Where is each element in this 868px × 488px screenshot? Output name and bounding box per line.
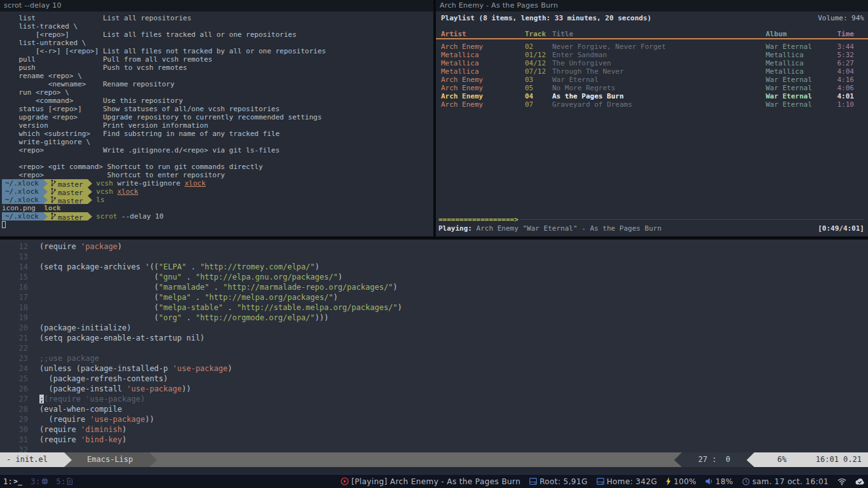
code-line[interactable]: 23;;use package: [9, 353, 868, 363]
code-line[interactable]: 22: [9, 343, 868, 353]
code-line[interactable]: 31(require 'bind-key): [9, 435, 868, 445]
disk-root-icon: [529, 478, 537, 485]
globe-icon: [41, 478, 48, 485]
workspace-1[interactable]: 1:>_: [3, 477, 22, 486]
line-number: 12: [9, 241, 28, 252]
major-mode: Emacs-Lisp: [72, 452, 149, 467]
terminal-window: scrot --delay 10 list List all repositor…: [0, 0, 433, 236]
powerline-arrow-icon: [43, 187, 48, 196]
terminal-line: ~/.xlockmaster scrot --delay 10: [2, 212, 433, 220]
now-playing-icon: [341, 477, 349, 485]
code-line[interactable]: 17 ("melpa" . "http://melpa.org/packages…: [9, 292, 868, 302]
playlist-row[interactable]: Metallica07/12Through The NeverMetallica…: [436, 67, 868, 76]
code-line[interactable]: 12(require 'package): [9, 241, 868, 252]
line-number: 13: [9, 252, 28, 262]
code-line[interactable]: 18 ("melpa-stable" . "http://stable.melp…: [9, 302, 868, 313]
line-number: 27: [9, 394, 28, 404]
sync-icon: [855, 478, 865, 485]
code-line[interactable]: 25 (package-refresh-contents): [9, 374, 868, 384]
code-line[interactable]: 30(require 'diminish): [9, 424, 868, 435]
column-time[interactable]: Time: [830, 29, 854, 39]
terminal-line: run <repo> \: [2, 88, 433, 97]
line-number: 24: [9, 363, 28, 374]
scroll-percent: 6%: [777, 452, 786, 467]
line-number: 17: [9, 292, 28, 302]
line-number: 23: [9, 353, 28, 363]
workspace-5[interactable]: 5:: [57, 477, 72, 486]
code-line[interactable]: 28(eval-when-compile: [9, 404, 868, 414]
terminal-line: <newname> Rename repository: [2, 80, 433, 88]
terminal-line: ~/.xlockmaster vcsh write-gitignore xloc…: [2, 179, 433, 187]
powerline-arrow-icon: [43, 196, 48, 204]
command-text: scrot: [96, 212, 121, 220]
powerline-arrow-icon: [88, 187, 92, 196]
line-number: 30: [9, 424, 28, 435]
powerline-arrow-icon: [43, 179, 48, 187]
code-line[interactable]: 21(setq package-enable-at-startup nil): [9, 333, 868, 343]
workspace-3[interactable]: 3:: [31, 477, 48, 486]
code-line[interactable]: 16 ("marmalade" . "http://marmalade-repo…: [9, 282, 868, 292]
command-text: ls: [96, 196, 104, 204]
git-branch-icon: [51, 187, 56, 195]
workspace-list: 1:>_3:5:: [0, 477, 72, 486]
playlist-row[interactable]: Metallica04/12The UnforgivenMetallica6:2…: [436, 59, 868, 67]
code-line[interactable]: 20(package-initialize): [9, 323, 868, 333]
command-text: xlock: [117, 187, 138, 196]
terminal-line: version Print version information: [2, 121, 433, 130]
code-line[interactable]: 14(setq package-archives '(("ELPA" . "ht…: [9, 262, 868, 272]
terminal-line: <repo> Shortcut to enter repository: [2, 171, 433, 179]
desktop: scrot --delay 10 list List all repositor…: [0, 0, 868, 488]
terminal-line: list-tracked \: [2, 22, 433, 30]
code-line[interactable]: 26 (package-install 'use-package)): [9, 384, 868, 394]
terminal-line: ~/.xlockmaster ls: [2, 196, 433, 204]
terminal-body[interactable]: list List all repositories list-tracked …: [0, 11, 433, 229]
code-line[interactable]: 24(unless (package-installed-p 'use-pack…: [9, 363, 868, 374]
progress-track: [520, 219, 864, 220]
code-line[interactable]: 13: [9, 252, 868, 262]
playlist-row[interactable]: Arch Enemy05No More RegretsWar Eternal4:…: [436, 84, 868, 92]
line-number: 21: [9, 333, 28, 343]
status-bar: 1:>_3:5: [Playing] Arch Enemy - As the P…: [0, 474, 868, 488]
git-branch-icon: [51, 196, 56, 203]
terminal-line: status [<repo>] Show statuses of all/one…: [2, 105, 433, 113]
playlist-row[interactable]: Arch Enemy07Graveyard of DreamsWar Etern…: [436, 100, 868, 109]
battery: 100%: [666, 477, 696, 486]
powerline-arrow-icon: [88, 179, 92, 187]
code-line[interactable]: 15 ("gnu" . "http://elpa.gnu.org/package…: [9, 272, 868, 282]
echo-area: [0, 467, 868, 474]
playlist-row-current[interactable]: Arch Enemy04As the Pages BurnWar Eternal…: [436, 92, 868, 100]
playlist-row[interactable]: Metallica01/12Enter SandmanMetallica5:32: [436, 51, 868, 59]
playlist: Arch Enemy02Never Forgive, Never ForgetW…: [436, 43, 868, 109]
progress-bar[interactable]: ==================>: [436, 215, 868, 224]
command-text: write-gitignore: [117, 179, 184, 187]
terminal-icon: >_: [13, 477, 22, 485]
terminal-line: <repo> <git command> Shortcut to run git…: [2, 163, 433, 171]
column-title[interactable]: Title: [552, 29, 766, 39]
terminal-line: ~/.xlockmaster vcsh xlock: [2, 187, 433, 196]
prompt-path-segment: ~/.xlock: [2, 179, 43, 187]
terminal-line: rename <repo> \: [2, 72, 433, 80]
terminal-title: scrot --delay 10: [4, 1, 62, 10]
column-track[interactable]: Track: [525, 29, 552, 39]
playlist-row[interactable]: Arch Enemy03War EternalWar Eternal4:16: [436, 76, 868, 84]
prompt-git-segment: master: [48, 196, 88, 204]
git-branch-icon: [51, 212, 56, 220]
clock-icon: [742, 478, 750, 485]
command-text: --delay 10: [121, 212, 163, 220]
column-album[interactable]: Album: [766, 29, 830, 39]
powerline-arrow-icon: [747, 452, 754, 467]
playlist-column-headers: Artist Track Title Album Time: [436, 29, 868, 39]
code-line[interactable]: 19 ("org" . "http://orgmode.org/elpa/"))…: [9, 313, 868, 323]
moc-player: Playlist (8 items, length: 33 minutes, 2…: [436, 11, 868, 236]
emacs-buffer[interactable]: 12(require 'package)1314(setq package-ar…: [0, 240, 868, 455]
terminal-titlebar: scrot --delay 10: [0, 0, 433, 11]
line-number: 29: [9, 414, 28, 424]
playlist-row[interactable]: Arch Enemy02Never Forgive, Never ForgetW…: [436, 43, 868, 51]
status-items: [Playing] Arch Enemy - As the Pages Burn…: [341, 477, 868, 486]
prompt-git-segment: master: [48, 212, 88, 220]
code-line[interactable]: 29 (require 'use-package)): [9, 414, 868, 424]
column-artist[interactable]: Artist: [441, 29, 525, 39]
code-line[interactable]: 27;(require 'use-package): [9, 394, 868, 404]
command-text: xlock: [184, 179, 205, 187]
playing-label: Playing:: [438, 224, 472, 233]
